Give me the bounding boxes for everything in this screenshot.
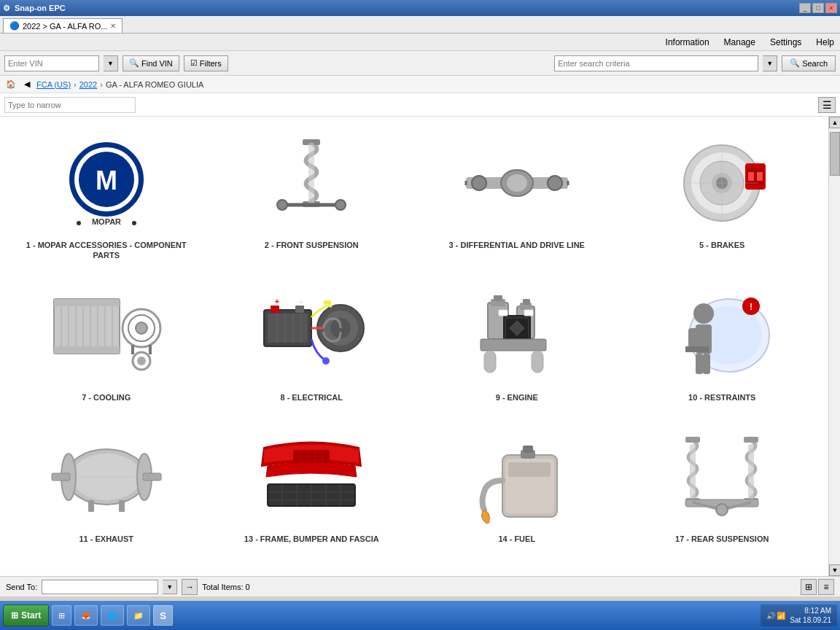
breadcrumb-year[interactable]: 2022 [79,80,97,89]
vin-input[interactable] [4,55,99,71]
part-image-fuel [451,426,583,528]
breadcrumb: 🏠 ◀ FCA (US) › 2022 › GA - ALFA ROMEO GI… [0,76,840,93]
scroll-up-button[interactable]: ▲ [829,117,840,128]
svg-rect-77 [532,351,543,373]
narrow-bar: ☰ [0,93,840,117]
svg-rect-95 [88,500,94,512]
tab-close-button[interactable]: ✕ [110,22,116,30]
part-label-brakes: 5 - BRAKES [699,240,744,250]
svg-point-16 [472,176,486,190]
taskbar-clock-area: 🔊 📶 8:12 AM Sat 18.09.21 [761,604,838,626]
find-vin-button[interactable]: 🔍 Find VIN [122,55,179,71]
menu-bar: Information Manage Settings Help [0,34,840,51]
part-label-driveline: 3 - DIFFERENTIAL AND DRIVE LINE [449,240,585,250]
svg-point-46 [137,357,146,365]
breadcrumb-sep-2: › [100,80,103,89]
taskbar-item-4[interactable]: 📁 [127,605,150,626]
svg-rect-83 [703,354,710,374]
part-item-fuel[interactable]: 14 - FUEL [418,418,616,552]
app-title: Snap-on EPC [15,4,66,12]
svg-rect-51 [271,306,279,313]
status-icon-2[interactable]: ≡ [818,579,834,595]
send-to-dropdown[interactable]: ▼ [163,580,177,594]
svg-point-12 [335,200,346,210]
taskbar: ⊞ Start ⊞ 🦊 🌐 📁 S 🔊 📶 8:12 AM Sat 18.09.… [0,601,840,630]
back-icon[interactable]: ◀ [20,78,34,91]
svg-rect-73 [499,310,508,316]
start-icon: ⊞ [11,610,18,621]
taskbar-icon-2: 🦊 [81,611,91,621]
part-label-engine: 9 - ENGINE [496,392,538,402]
scroll-thumb[interactable] [830,132,840,176]
tab-main[interactable]: 🔵 2022 > GA - ALFA RO... ✕ [3,18,122,33]
main-content: M MOPAR 1 - MOPAR ACCESSORIES - COMPONEN… [0,117,840,576]
svg-text:+: + [275,298,279,306]
grid-toggle-button[interactable]: ☰ [818,97,836,113]
part-item-front-suspension[interactable]: 2 - FRONT SUSPENSION [213,124,411,269]
status-icon-1[interactable]: ⊞ [801,579,817,595]
part-item-brakes[interactable]: 5 - BRAKES [623,124,822,269]
close-button[interactable]: × [825,3,837,13]
search-input[interactable] [554,55,758,71]
svg-rect-93 [143,473,161,481]
narrow-input[interactable] [4,97,136,113]
svg-point-6 [132,221,136,225]
taskbar-item-3[interactable]: 🌐 [101,605,124,626]
maximize-button[interactable]: □ [812,3,824,13]
search-button[interactable]: 🔍 Search [782,55,836,71]
svg-text:M: M [96,166,117,195]
part-label-suspension: 2 - FRONT SUSPENSION [265,240,359,250]
svg-rect-112 [508,462,551,477]
vin-dropdown[interactable]: ▼ [104,55,118,71]
scroll-track: ▲ ▼ [828,117,840,576]
menu-information[interactable]: Information [666,37,709,47]
part-item-driveline[interactable]: 3 - DIFFERENTIAL AND DRIVE LINE [418,124,616,269]
filters-button[interactable]: ☑ Filters [184,55,228,71]
svg-rect-50 [268,314,308,343]
svg-rect-84 [696,354,703,374]
search-dropdown[interactable]: ▼ [763,55,777,71]
part-item-restraints[interactable]: ! 10 - RESTRAINTS [623,276,822,411]
svg-rect-120 [690,444,696,499]
scroll-down-button[interactable]: ▼ [829,564,840,576]
svg-rect-96 [119,500,125,512]
send-button[interactable]: → [182,579,198,595]
part-label-exhaust: 11 - EXHAUST [79,534,133,544]
menu-manage[interactable]: Manage [724,37,755,47]
svg-point-5 [77,221,81,225]
part-item-bumper[interactable]: 13 - FRAME, BUMPER AND FASCIA [213,418,411,552]
send-to-input[interactable] [42,580,158,594]
svg-rect-66 [494,295,502,301]
part-image-brakes [656,132,788,234]
clock-date: Sat 18.09.21 [790,615,831,625]
minimize-button[interactable]: _ [799,3,811,13]
part-image-suspension [246,132,377,234]
svg-point-80 [693,303,714,324]
taskbar-item-snapon[interactable]: S [153,605,173,626]
menu-settings[interactable]: Settings [770,37,801,47]
part-item-engine[interactable]: 9 - ENGINE [418,276,616,411]
snapon-icon: S [160,610,166,621]
taskbar-item-2[interactable]: 🦊 [74,605,98,626]
clock-time: 8:12 AM [790,606,831,615]
menu-help[interactable]: Help [816,37,834,47]
part-item-electrical[interactable]: + - 8 - ELECTR [213,276,411,411]
breadcrumb-model: GA - ALFA ROMEO GIULIA [106,80,204,89]
svg-text:!: ! [750,302,752,312]
home-icon[interactable]: 🏠 [4,78,18,91]
window-controls: _ □ × [799,3,837,13]
part-item-rear-suspension[interactable]: 17 - REAR SUSPENSION [623,418,822,552]
svg-rect-26 [748,172,754,181]
part-item-cooling[interactable]: 7 - COOLING [7,276,206,411]
svg-text:MOPAR: MOPAR [92,217,121,226]
taskbar-item-1[interactable]: ⊞ [52,605,71,626]
start-button[interactable]: ⊞ Start [3,604,49,626]
svg-rect-75 [481,339,546,351]
svg-text:-: - [300,298,302,306]
svg-rect-31 [54,299,120,354]
part-item-exhaust[interactable]: 11 - EXHAUST [7,418,206,552]
breadcrumb-fca[interactable]: FCA (US) [36,80,71,89]
svg-point-11 [277,200,287,210]
part-item-mopar[interactable]: M MOPAR 1 - MOPAR ACCESSORIES - COMPONEN… [7,124,206,269]
tab-bar: 🔵 2022 > GA - ALFA RO... ✕ [0,16,840,34]
